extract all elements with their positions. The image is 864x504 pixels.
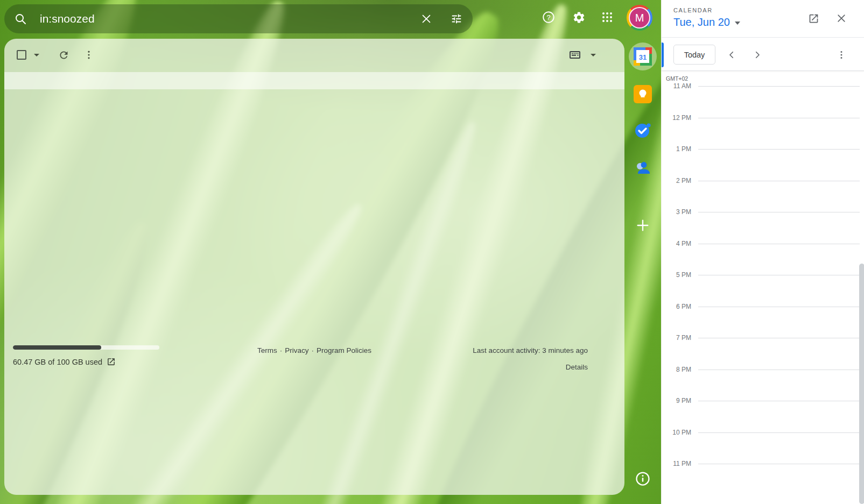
more-vert-icon <box>83 49 94 60</box>
next-day-button[interactable] <box>747 44 768 66</box>
tune-icon <box>451 13 462 25</box>
calendar-hour-row[interactable]: 1 PM <box>662 149 864 150</box>
close-icon <box>420 13 432 25</box>
keep-tab[interactable] <box>629 80 657 108</box>
google-contacts-icon <box>634 159 651 176</box>
calendar-hour-row[interactable]: 7 PM <box>662 338 864 338</box>
side-panel-toolbar: 31 <box>624 0 661 504</box>
details-link[interactable]: Details <box>473 363 588 371</box>
search-filter-button[interactable] <box>445 7 468 31</box>
mail-toolbar <box>4 39 624 71</box>
select-dropdown-button[interactable] <box>30 44 43 66</box>
calendar-hour-row[interactable]: 12 PM <box>662 118 864 118</box>
calendar-options-button[interactable] <box>831 44 852 66</box>
separator: · <box>277 346 285 354</box>
refresh-button[interactable] <box>53 44 74 66</box>
calendar-date-label: Tue, Jun 20 <box>673 16 730 29</box>
active-tool-indicator <box>662 42 664 67</box>
calendar-hour-row[interactable]: 4 PM <box>662 244 864 244</box>
calendar-toolbar: Today <box>662 38 864 71</box>
calendar-time-grid[interactable]: GMT+02 11 AM12 PM1 PM2 PM3 PM4 PM5 PM6 P… <box>662 71 864 504</box>
last-activity-text: Last account activity: 3 minutes ago <box>473 346 588 354</box>
open-calendar-in-new-tab-button[interactable] <box>803 8 824 29</box>
more-options-button[interactable] <box>78 44 100 66</box>
calendar-hour-line <box>698 118 860 118</box>
calendar-hour-label: 9 PM <box>662 397 691 404</box>
svg-text:31: 31 <box>639 53 647 61</box>
svg-text:?: ? <box>546 13 551 22</box>
input-tools-button[interactable] <box>564 44 586 66</box>
tasks-tab[interactable] <box>629 116 657 144</box>
clear-search-button[interactable] <box>415 7 438 31</box>
info-icon <box>635 471 651 487</box>
today-button[interactable]: Today <box>673 45 715 65</box>
calendar-hour-label: 2 PM <box>662 177 691 184</box>
chevron-down-icon <box>591 54 596 56</box>
close-icon <box>836 13 847 24</box>
calendar-hour-label: 6 PM <box>662 303 691 310</box>
search-icon <box>14 12 27 25</box>
calendar-hour-row[interactable]: 11 AM <box>662 86 864 87</box>
apps-grid-icon <box>601 11 614 24</box>
chevron-down-icon <box>34 54 39 56</box>
calendar-scrollbar[interactable] <box>859 264 864 504</box>
calendar-hour-row[interactable]: 2 PM <box>662 181 864 181</box>
chevron-left-icon <box>727 50 736 60</box>
calendar-hour-label: 11 AM <box>662 82 691 90</box>
empty-list-row <box>4 72 624 89</box>
calendar-date-selector[interactable]: Tue, Jun 20 <box>673 16 740 29</box>
calendar-hour-line <box>698 464 860 464</box>
support-button[interactable]: ? <box>537 6 560 29</box>
calendar-tab[interactable]: 31 <box>629 42 657 70</box>
calendar-hour-line <box>698 244 860 244</box>
calendar-hour-label: 11 PM <box>662 460 691 467</box>
calendar-hour-line <box>698 370 860 370</box>
calendar-hour-line <box>698 432 860 433</box>
calendar-hour-line <box>698 401 860 401</box>
select-all-checkbox[interactable] <box>11 44 32 66</box>
close-side-panel-button[interactable] <box>831 8 852 29</box>
previous-day-button[interactable] <box>721 44 742 66</box>
open-in-new-icon[interactable] <box>107 357 116 366</box>
privacy-link[interactable]: Privacy <box>285 346 308 354</box>
calendar-hour-row[interactable]: 3 PM <box>662 212 864 212</box>
calendar-hour-row[interactable]: 9 PM <box>662 401 864 401</box>
search-button[interactable] <box>9 7 32 31</box>
chevron-right-icon <box>753 50 762 60</box>
calendar-hour-row[interactable]: 10 PM <box>662 432 864 433</box>
google-calendar-icon: 31 <box>634 47 652 66</box>
calendar-hour-label: 8 PM <box>662 366 691 373</box>
calendar-hour-row[interactable]: 5 PM <box>662 275 864 275</box>
calendar-hour-line <box>698 149 860 150</box>
storage-used-text: 60.47 GB of 100 GB used <box>13 358 102 366</box>
calendar-hour-label: 7 PM <box>662 334 691 342</box>
google-tasks-icon <box>634 121 652 139</box>
calendar-hour-line <box>698 212 860 212</box>
mail-footer: 60.47 GB of 100 GB used Terms·Privacy·Pr… <box>4 345 624 383</box>
contacts-tab[interactable] <box>629 153 657 181</box>
google-keep-icon <box>634 85 652 103</box>
terms-link[interactable]: Terms <box>257 346 277 354</box>
input-tools-dropdown[interactable] <box>587 44 600 66</box>
calendar-hour-row[interactable]: 8 PM <box>662 370 864 370</box>
google-apps-button[interactable] <box>596 6 619 29</box>
refresh-icon <box>58 49 69 61</box>
program-policies-link[interactable]: Program Policies <box>317 346 371 354</box>
timezone-label: GMT+02 <box>666 75 688 82</box>
search-bar[interactable] <box>4 4 473 33</box>
calendar-panel-header: CALENDAR Tue, Jun 20 <box>662 0 864 38</box>
keyboard-icon <box>568 48 581 61</box>
search-input[interactable] <box>32 12 415 25</box>
more-vert-icon <box>836 49 847 60</box>
calendar-hour-line <box>698 181 860 181</box>
calendar-hour-label: 1 PM <box>662 145 691 153</box>
plus-icon <box>635 218 650 233</box>
checkbox-icon <box>17 50 26 60</box>
calendar-hour-row[interactable]: 11 PM <box>662 464 864 464</box>
help-icon: ? <box>542 10 556 24</box>
get-addons-button[interactable] <box>629 211 657 239</box>
calendar-hour-line <box>698 338 860 338</box>
calendar-hour-row[interactable]: 6 PM <box>662 307 864 307</box>
settings-button[interactable] <box>567 6 590 29</box>
side-panel-info-button[interactable] <box>629 465 657 493</box>
